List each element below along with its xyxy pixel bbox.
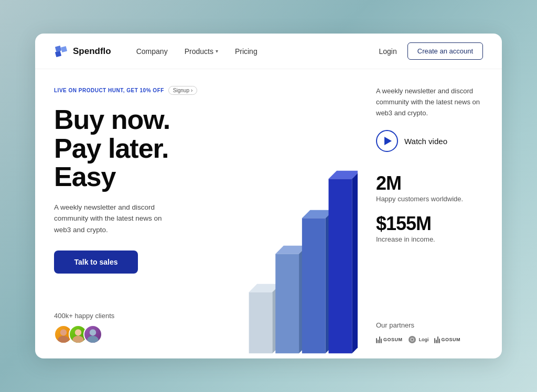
right-section: A weekly newsletter and discord communit… <box>366 69 502 358</box>
nav-products[interactable]: Products ▾ <box>185 47 218 56</box>
svg-rect-18 <box>329 179 352 353</box>
clients-section: 400k+ happy clients <box>54 312 216 344</box>
promo-text: LIVE ON PRODUCT HUNT, GET 10% OFF <box>54 88 164 93</box>
avatars <box>54 325 216 344</box>
partner-gosum-2: GOSUM <box>434 336 461 343</box>
svg-rect-0 <box>55 50 61 57</box>
stat-value-1: $155M <box>376 213 487 234</box>
chevron-down-icon: ▾ <box>216 48 218 54</box>
gosum-bars-icon <box>376 336 382 343</box>
svg-point-8 <box>87 336 98 344</box>
main-content: LIVE ON PRODUCT HUNT, GET 10% OFF Signup… <box>35 69 502 358</box>
partners-label: Our partners <box>376 321 487 329</box>
partner-logos: GOSUM Logi <box>376 335 487 344</box>
bar-chart <box>242 165 358 358</box>
login-button[interactable]: Login <box>379 47 397 56</box>
nav-company[interactable]: Company <box>136 47 168 56</box>
chart-section <box>234 69 366 358</box>
svg-rect-1 <box>61 46 67 52</box>
svg-rect-15 <box>302 218 326 353</box>
svg-rect-9 <box>249 292 273 353</box>
partner-gosum-1: GOSUM <box>376 336 403 343</box>
partners-section: Our partners GOSUM <box>376 321 487 344</box>
play-button-icon <box>376 130 398 152</box>
svg-point-6 <box>72 336 83 344</box>
watch-video-button[interactable]: Watch video <box>376 130 487 152</box>
cta-button[interactable]: Talk to sales <box>54 251 138 274</box>
spendflo-logo-icon <box>54 44 69 59</box>
hero-title: Buy now. Pay later. Easy <box>54 105 216 191</box>
svg-point-7 <box>90 329 96 335</box>
partner-logi: Logi <box>408 335 429 344</box>
stat-label-1: Increase in income. <box>376 235 487 243</box>
navbar: Spendflo Company Products ▾ Pricing Logi… <box>35 34 502 69</box>
watch-video-label: Watch video <box>404 137 447 146</box>
promo-bar: LIVE ON PRODUCT HUNT, GET 10% OFF Signup… <box>54 86 216 95</box>
svg-point-4 <box>58 336 69 344</box>
nav-links: Company Products ▾ Pricing <box>136 47 379 56</box>
logi-icon <box>408 335 416 344</box>
svg-point-5 <box>75 329 81 335</box>
svg-point-3 <box>60 329 67 335</box>
logo[interactable]: Spendflo <box>54 44 111 59</box>
arrow-icon: › <box>191 88 192 93</box>
hero-subtitle: A weekly newsletter and discord communit… <box>54 202 175 236</box>
gosum-bars-icon <box>434 336 440 343</box>
svg-marker-20 <box>352 171 358 354</box>
logo-text: Spendflo <box>73 46 111 57</box>
nav-actions: Login Create an account <box>379 42 484 60</box>
clients-label: 400k+ happy clients <box>54 312 216 320</box>
create-account-button[interactable]: Create an account <box>407 42 483 60</box>
left-section: LIVE ON PRODUCT HUNT, GET 10% OFF Signup… <box>35 69 234 358</box>
signup-badge[interactable]: Signup › <box>168 86 197 95</box>
right-description: A weekly newsletter and discord communit… <box>376 86 487 118</box>
svg-point-23 <box>411 339 413 341</box>
svg-rect-2 <box>55 45 61 51</box>
nav-pricing[interactable]: Pricing <box>235 47 257 56</box>
avatar <box>83 325 102 344</box>
stats-section: 2M Happy customers worldwide. $155M Incr… <box>376 173 487 252</box>
stat-value-0: 2M <box>376 173 487 194</box>
stat-label-0: Happy customers worldwide. <box>376 195 487 203</box>
main-card: Spendflo Company Products ▾ Pricing Logi… <box>35 34 502 358</box>
svg-rect-12 <box>275 254 299 353</box>
play-triangle-icon <box>384 137 392 145</box>
